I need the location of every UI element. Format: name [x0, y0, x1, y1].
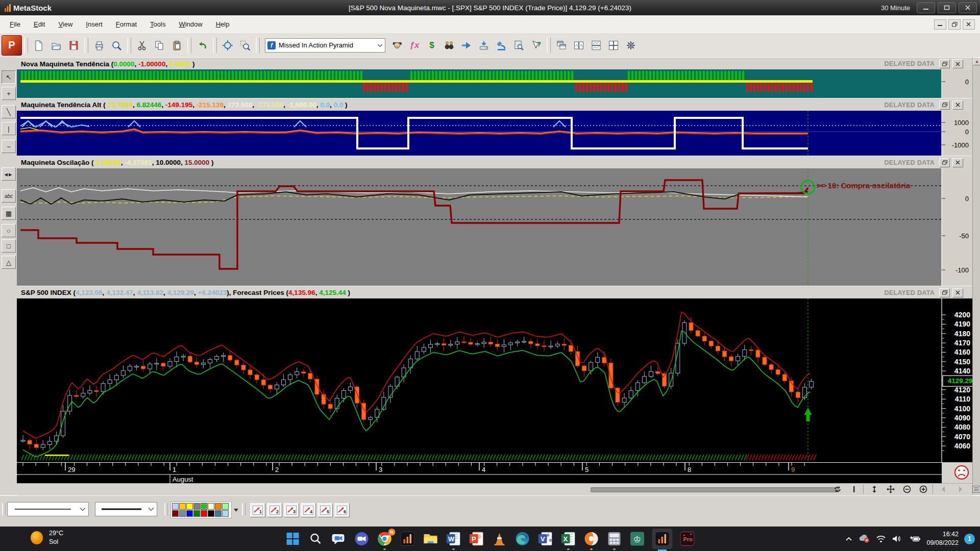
panel-close-button[interactable]	[952, 158, 963, 167]
panel-restore-button[interactable]	[939, 59, 950, 68]
tile-horizontal-button[interactable]	[587, 37, 605, 54]
weather-widget[interactable]: 29°C Sol	[30, 529, 63, 546]
panel-close-button[interactable]	[952, 59, 963, 68]
pan-button[interactable]	[884, 484, 898, 494]
panel-close-button[interactable]	[952, 288, 963, 297]
maximize-button[interactable]	[938, 2, 956, 13]
function-fx-button[interactable]: ƒx	[406, 37, 423, 54]
taskbar-visio-icon[interactable]: V	[537, 531, 554, 547]
color-swatch[interactable]	[186, 503, 193, 510]
battery-icon[interactable]	[908, 535, 921, 543]
taskbar-chess-icon[interactable]: ♔	[629, 531, 646, 547]
system-tester-button[interactable]	[493, 37, 510, 54]
panel-restore-button[interactable]	[939, 158, 950, 167]
color-swatch[interactable]	[193, 503, 200, 510]
notification-badge[interactable]: 1	[964, 534, 975, 544]
print-preview-button[interactable]	[108, 37, 125, 54]
expert-advisor-button[interactable]	[388, 37, 406, 54]
line-weight-dropdown[interactable]	[95, 502, 157, 516]
explorer-binoculars-button[interactable]	[440, 37, 458, 54]
taskbar-excel-icon[interactable]: X	[560, 531, 577, 547]
scrollbar-thumb[interactable]	[591, 487, 839, 492]
taskbar-search-icon[interactable]	[308, 531, 324, 547]
taskbar-explorer-icon[interactable]	[423, 531, 439, 547]
taskbar-teams-icon[interactable]	[354, 531, 370, 547]
vertical-scrollbar[interactable]: ▲	[972, 57, 980, 495]
cut-button[interactable]	[133, 37, 151, 54]
dollar-button[interactable]: $	[423, 37, 440, 54]
color-swatch[interactable]	[215, 510, 222, 517]
tray-chevron-icon[interactable]	[845, 536, 852, 541]
list-button[interactable]	[969, 484, 980, 494]
scroll-up-button[interactable]: ▲	[973, 57, 980, 65]
taskbar-word-icon[interactable]: W	[446, 531, 462, 547]
palette-more-button[interactable]	[232, 506, 239, 514]
child-minimize-button[interactable]	[934, 19, 946, 30]
child-close-button[interactable]	[963, 19, 975, 30]
crosshair-button[interactable]	[219, 37, 236, 54]
color-swatch[interactable]	[172, 503, 179, 510]
taskbar-chrome-icon[interactable]: N	[377, 531, 393, 547]
taskbar-pro-icon[interactable]: Pro	[679, 531, 696, 547]
chart-template-3[interactable]: 3	[284, 503, 299, 517]
paste-button[interactable]	[168, 37, 185, 54]
line-style-dropdown[interactable]	[7, 502, 89, 516]
refresh-button[interactable]	[830, 484, 845, 494]
expand-vertical-button[interactable]	[867, 484, 881, 494]
taskbar-metastock-active-icon[interactable]	[652, 529, 673, 549]
bar-button[interactable]	[847, 484, 861, 494]
zoom-out-button[interactable]	[900, 484, 914, 494]
zoom-box-button[interactable]	[236, 37, 254, 54]
power-console-button[interactable]: P	[2, 35, 22, 56]
panel-chart-price[interactable]: 4200419041804170416041504140413041204110…	[0, 298, 980, 462]
color-swatch[interactable]	[179, 503, 186, 510]
taskbar-browser-icon[interactable]	[583, 531, 600, 547]
menu-view[interactable]: View	[52, 18, 79, 30]
open-folder-button[interactable]	[47, 37, 65, 54]
prev-button[interactable]	[937, 484, 951, 494]
menu-edit[interactable]: Edit	[27, 18, 52, 30]
cascade-windows-button[interactable]	[553, 37, 570, 54]
color-swatch[interactable]	[201, 503, 207, 510]
zoom-in-button[interactable]	[916, 484, 930, 494]
wifi-icon[interactable]	[876, 535, 886, 543]
color-swatch[interactable]	[215, 503, 222, 510]
copy-button[interactable]	[151, 37, 168, 54]
next-button[interactable]	[953, 484, 967, 494]
taskbar-metastock-icon[interactable]	[400, 531, 416, 547]
menu-window[interactable]: Window	[172, 18, 209, 30]
downloader-button[interactable]	[475, 37, 493, 54]
date-axis[interactable]: 291234589August	[0, 462, 980, 483]
color-swatch[interactable]	[201, 510, 207, 517]
panel-chart-oscilacao[interactable]: >= 10: Compra oscilatória0-50-100	[0, 168, 980, 286]
color-swatch[interactable]	[222, 510, 229, 517]
taskbar-edge-icon[interactable]	[514, 531, 531, 547]
print-button[interactable]	[90, 37, 108, 54]
taskbar-clock[interactable]: 16:42 09/08/2022	[926, 530, 959, 547]
menu-format[interactable]: Format	[109, 18, 143, 30]
panel-chart-tendencia-alt[interactable]: 10000-1000	[0, 111, 980, 156]
taskbar-start-icon[interactable]	[285, 531, 301, 547]
save-button[interactable]	[65, 37, 82, 54]
menu-file[interactable]: File	[3, 18, 27, 30]
chart-template-6[interactable]: 6	[334, 503, 350, 517]
chart-template-1[interactable]: 1	[250, 503, 265, 517]
volume-icon[interactable]	[892, 535, 902, 543]
help-pointer-button[interactable]: ?	[527, 37, 545, 54]
color-swatch[interactable]	[193, 510, 200, 517]
onedrive-error-icon[interactable]	[858, 534, 870, 543]
chart-template-5[interactable]: 5	[317, 503, 333, 517]
tile-grid-button[interactable]	[605, 37, 622, 54]
report-search-button[interactable]	[510, 37, 527, 54]
minimize-button[interactable]	[917, 2, 935, 13]
taskbar-powerpoint-icon[interactable]: P	[469, 531, 485, 547]
color-swatch[interactable]	[222, 503, 229, 510]
panel-close-button[interactable]	[952, 101, 963, 110]
panel-chart-tendencia[interactable]: 0	[0, 69, 980, 98]
menu-insert[interactable]: Insert	[79, 18, 109, 30]
indicator-combobox[interactable]: fMissed In Action Pyramid	[265, 38, 385, 53]
new-document-button[interactable]	[30, 37, 47, 54]
child-restore-button[interactable]	[948, 19, 961, 30]
color-swatch[interactable]	[186, 510, 193, 517]
color-swatch[interactable]	[179, 510, 186, 517]
